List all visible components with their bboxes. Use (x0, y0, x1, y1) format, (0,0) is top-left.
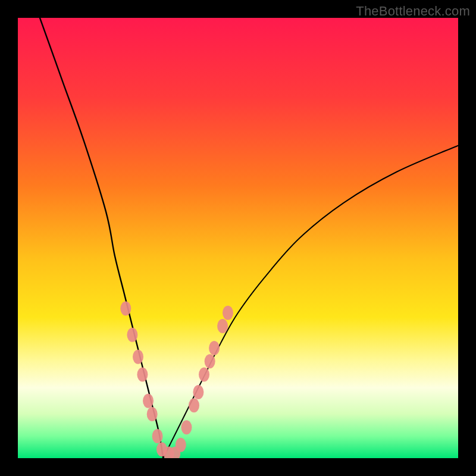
marker-point (152, 429, 163, 443)
right-branch-line (163, 146, 458, 458)
marker-point (223, 306, 233, 320)
marker-point (143, 394, 154, 408)
marker-point (199, 367, 209, 381)
marker-point (120, 301, 131, 315)
watermark-text: TheBottleneck.com (356, 4, 470, 19)
plot-area (18, 18, 458, 458)
highlighted-points (120, 301, 233, 458)
marker-point (205, 354, 215, 368)
marker-point (137, 367, 148, 381)
marker-point (209, 341, 220, 355)
marker-point (127, 328, 137, 342)
chart-curves (18, 18, 458, 458)
marker-point (217, 319, 228, 333)
marker-point (147, 407, 158, 421)
marker-point (176, 438, 186, 452)
marker-point (189, 398, 199, 412)
marker-point (193, 385, 203, 399)
marker-point (133, 350, 143, 364)
marker-point (181, 420, 192, 434)
left-branch-line (40, 18, 163, 458)
